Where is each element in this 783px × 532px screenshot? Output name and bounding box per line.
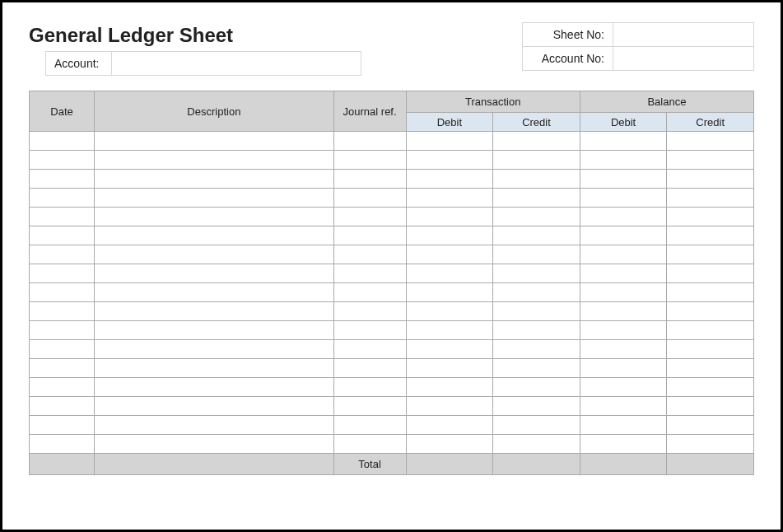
cell-b_debit[interactable] <box>580 340 667 359</box>
cell-date[interactable] <box>30 132 95 151</box>
cell-b_debit[interactable] <box>580 189 667 208</box>
cell-description[interactable] <box>95 245 333 264</box>
cell-t_credit[interactable] <box>493 226 580 245</box>
cell-b_debit[interactable] <box>580 245 667 264</box>
cell-b_credit[interactable] <box>667 264 754 283</box>
cell-journal_ref[interactable] <box>333 132 406 151</box>
cell-t_credit[interactable] <box>493 264 580 283</box>
cell-t_credit[interactable] <box>493 359 580 378</box>
cell-description[interactable] <box>95 151 333 170</box>
cell-b_credit[interactable] <box>667 359 754 378</box>
cell-journal_ref[interactable] <box>333 397 406 416</box>
cell-b_debit[interactable] <box>580 397 667 416</box>
cell-t_credit[interactable] <box>493 397 580 416</box>
cell-t_credit[interactable] <box>493 208 580 226</box>
cell-b_debit[interactable] <box>580 321 667 340</box>
cell-date[interactable] <box>30 321 95 340</box>
cell-date[interactable] <box>30 283 95 302</box>
cell-journal_ref[interactable] <box>333 340 406 359</box>
cell-t_debit[interactable] <box>406 378 493 397</box>
cell-b_credit[interactable] <box>667 226 754 245</box>
cell-b_credit[interactable] <box>667 283 754 302</box>
cell-description[interactable] <box>95 283 333 302</box>
cell-t_credit[interactable] <box>493 416 580 435</box>
cell-b_debit[interactable] <box>580 302 667 321</box>
cell-description[interactable] <box>95 208 333 226</box>
cell-description[interactable] <box>95 340 333 359</box>
cell-date[interactable] <box>30 378 95 397</box>
cell-b_debit[interactable] <box>580 283 667 302</box>
cell-b_credit[interactable] <box>667 132 754 151</box>
cell-description[interactable] <box>95 226 333 245</box>
cell-t_credit[interactable] <box>493 151 580 170</box>
cell-t_debit[interactable] <box>406 302 493 321</box>
cell-journal_ref[interactable] <box>333 435 406 454</box>
cell-t_debit[interactable] <box>406 226 493 245</box>
cell-description[interactable] <box>95 321 333 340</box>
cell-t_debit[interactable] <box>406 151 493 170</box>
cell-t_debit[interactable] <box>406 189 493 208</box>
cell-journal_ref[interactable] <box>333 283 406 302</box>
cell-b_debit[interactable] <box>580 132 667 151</box>
cell-b_credit[interactable] <box>667 189 754 208</box>
cell-b_debit[interactable] <box>580 226 667 245</box>
cell-date[interactable] <box>30 397 95 416</box>
cell-b_debit[interactable] <box>580 416 667 435</box>
cell-b_debit[interactable] <box>580 151 667 170</box>
cell-date[interactable] <box>30 340 95 359</box>
cell-t_debit[interactable] <box>406 264 493 283</box>
cell-t_credit[interactable] <box>493 435 580 454</box>
cell-t_debit[interactable] <box>406 435 493 454</box>
cell-t_debit[interactable] <box>406 397 493 416</box>
cell-t_credit[interactable] <box>493 283 580 302</box>
cell-b_credit[interactable] <box>667 321 754 340</box>
cell-t_credit[interactable] <box>493 189 580 208</box>
cell-date[interactable] <box>30 170 95 189</box>
cell-b_credit[interactable] <box>667 302 754 321</box>
cell-b_debit[interactable] <box>580 264 667 283</box>
cell-t_debit[interactable] <box>406 132 493 151</box>
cell-journal_ref[interactable] <box>333 226 406 245</box>
account-value[interactable] <box>112 52 361 75</box>
cell-t_debit[interactable] <box>406 416 493 435</box>
sheet-no-value[interactable] <box>613 23 753 46</box>
cell-description[interactable] <box>95 170 333 189</box>
cell-date[interactable] <box>30 245 95 264</box>
cell-journal_ref[interactable] <box>333 302 406 321</box>
cell-date[interactable] <box>30 151 95 170</box>
cell-t_debit[interactable] <box>406 283 493 302</box>
cell-b_debit[interactable] <box>580 359 667 378</box>
cell-description[interactable] <box>95 378 333 397</box>
cell-description[interactable] <box>95 302 333 321</box>
cell-t_credit[interactable] <box>493 340 580 359</box>
cell-description[interactable] <box>95 132 333 151</box>
cell-description[interactable] <box>95 264 333 283</box>
cell-journal_ref[interactable] <box>333 321 406 340</box>
cell-t_credit[interactable] <box>493 302 580 321</box>
cell-date[interactable] <box>30 302 95 321</box>
cell-date[interactable] <box>30 416 95 435</box>
cell-journal_ref[interactable] <box>333 264 406 283</box>
cell-description[interactable] <box>95 397 333 416</box>
cell-b_credit[interactable] <box>667 416 754 435</box>
cell-b_debit[interactable] <box>580 435 667 454</box>
cell-date[interactable] <box>30 435 95 454</box>
cell-journal_ref[interactable] <box>333 378 406 397</box>
cell-t_credit[interactable] <box>493 170 580 189</box>
cell-t_debit[interactable] <box>406 170 493 189</box>
cell-description[interactable] <box>95 359 333 378</box>
cell-description[interactable] <box>95 435 333 454</box>
cell-b_credit[interactable] <box>667 208 754 226</box>
cell-t_debit[interactable] <box>406 245 493 264</box>
cell-b_debit[interactable] <box>580 378 667 397</box>
cell-t_debit[interactable] <box>406 359 493 378</box>
cell-description[interactable] <box>95 189 333 208</box>
cell-journal_ref[interactable] <box>333 359 406 378</box>
cell-b_debit[interactable] <box>580 170 667 189</box>
cell-t_debit[interactable] <box>406 321 493 340</box>
cell-t_credit[interactable] <box>493 245 580 264</box>
cell-t_debit[interactable] <box>406 340 493 359</box>
cell-description[interactable] <box>95 416 333 435</box>
cell-journal_ref[interactable] <box>333 208 406 226</box>
cell-t_credit[interactable] <box>493 132 580 151</box>
